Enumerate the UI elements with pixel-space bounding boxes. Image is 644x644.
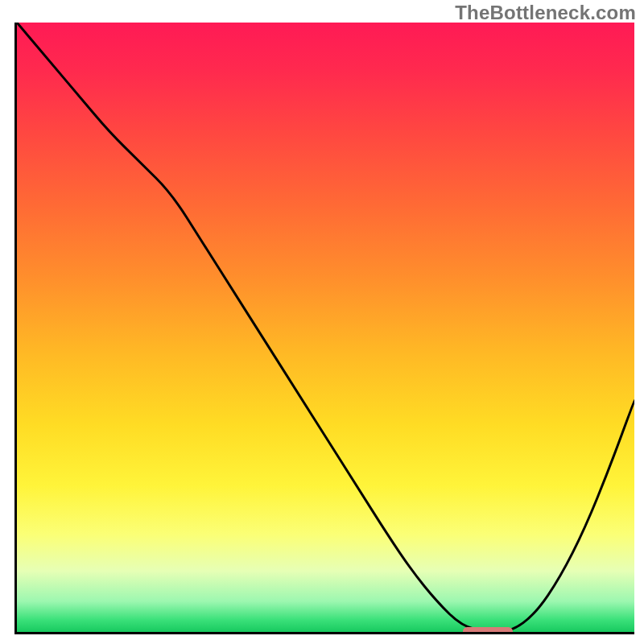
watermark-text: TheBottleneck.com — [455, 2, 636, 24]
bottleneck-curve — [17, 23, 634, 632]
plot-area — [14, 23, 634, 634]
curve-path — [17, 23, 634, 632]
optimal-range-marker — [463, 627, 513, 634]
chart-stage: TheBottleneck.com — [0, 0, 644, 644]
